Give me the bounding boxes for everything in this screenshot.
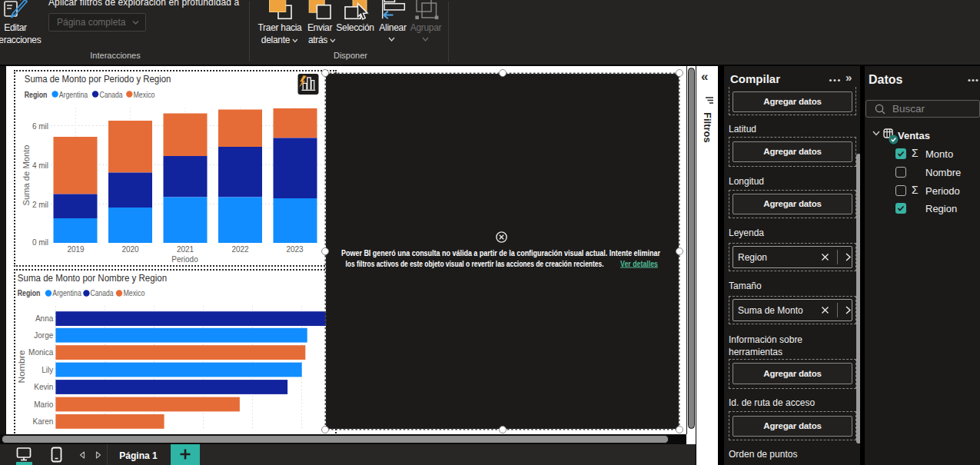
svg-text:Mexico: Mexico bbox=[123, 288, 145, 297]
svg-text:2022: 2022 bbox=[231, 245, 249, 254]
svg-text:2020: 2020 bbox=[121, 245, 139, 254]
svg-text:los filtros activos de este ob: los filtros activos de este objeto visua… bbox=[346, 260, 604, 268]
svg-text:2019: 2019 bbox=[67, 245, 85, 254]
svg-text:Suma de Monto por Nombre y Reg: Suma de Monto por Nombre y Region bbox=[18, 273, 167, 284]
svg-text:Region: Region bbox=[18, 288, 41, 297]
svg-text:0 mil: 0 mil bbox=[32, 238, 48, 247]
svg-text:Jorge: Jorge bbox=[34, 331, 53, 340]
svg-text:Kevin: Kevin bbox=[34, 383, 53, 391]
svg-text:Power BI generó una consulta n: Power BI generó una consulta no válida a… bbox=[341, 249, 660, 257]
svg-text:6 mil: 6 mil bbox=[32, 122, 48, 131]
svg-text:Karen: Karen bbox=[33, 417, 54, 426]
svg-text:Periodo: Periodo bbox=[171, 255, 198, 264]
svg-text:Suma de Monto por Periodo y Re: Suma de Monto por Periodo y Region bbox=[25, 74, 171, 85]
svg-text:Lily: Lily bbox=[42, 366, 53, 374]
svg-text:Mexico: Mexico bbox=[134, 90, 155, 99]
svg-text:Ver detalles: Ver detalles bbox=[620, 260, 658, 268]
svg-text:Canada: Canada bbox=[91, 288, 114, 297]
svg-text:2 mil: 2 mil bbox=[32, 201, 48, 209]
svg-text:2023: 2023 bbox=[286, 245, 304, 254]
svg-text:4 mil: 4 mil bbox=[32, 161, 48, 170]
svg-text:Nombre: Nombre bbox=[18, 350, 26, 384]
svg-text:Anna: Anna bbox=[35, 314, 54, 323]
svg-text:Suma de Monto: Suma de Monto bbox=[22, 144, 31, 205]
svg-text:Canada: Canada bbox=[100, 90, 123, 99]
svg-text:2021: 2021 bbox=[177, 245, 194, 254]
svg-text:Region: Region bbox=[25, 90, 48, 99]
svg-text:Argentina: Argentina bbox=[59, 90, 88, 99]
svg-text:Monica: Monica bbox=[28, 348, 54, 357]
svg-text:Mario: Mario bbox=[34, 400, 53, 409]
svg-text:Argentina: Argentina bbox=[52, 288, 81, 297]
